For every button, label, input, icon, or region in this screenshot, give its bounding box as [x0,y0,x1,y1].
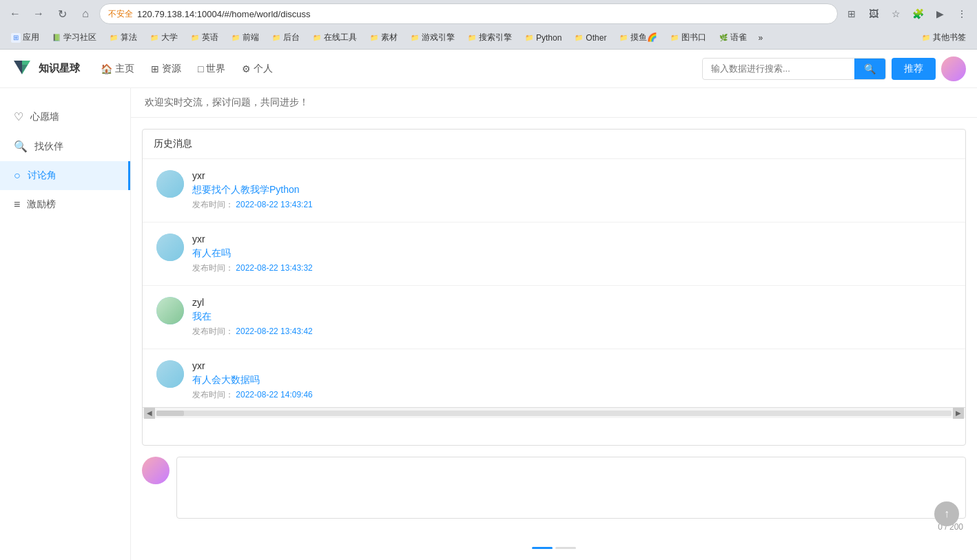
message-body-4: yxr 有人会大数据吗 发布时间： 2022-08-22 14:09:46 [192,360,952,401]
scroll-thumb [156,411,184,416]
search-bm-icon: 📁 [467,33,477,43]
bookmark-moyu[interactable]: 📁 摸鱼🌈 [613,30,663,45]
indicator-dot-1 [532,547,553,549]
message-input[interactable] [176,457,966,519]
search-input[interactable] [703,59,854,78]
bookmark-yuque[interactable]: 🌿 语雀 [713,30,752,45]
home-button[interactable]: ⌂ [76,4,95,23]
forward-button[interactable]: → [29,4,48,23]
bookmark-frontend[interactable]: 📁 前端 [225,30,265,45]
other-icon: 📁 [574,33,584,43]
profile-button[interactable]: ▶ [930,4,949,23]
bookmark-uni[interactable]: 📁 大学 [144,30,183,45]
message-text-1: 想要找个人教我学Python [192,184,952,196]
message-time-3: 发布时间： 2022-08-22 13:43:42 [192,326,952,338]
nav-home[interactable]: 🏠 主页 [94,59,141,79]
bookmark-study-label: 学习社区 [63,32,96,43]
personal-icon: ⚙ [242,63,251,74]
bookmark-tools[interactable]: 📁 在线工具 [307,30,362,45]
bookmark-search[interactable]: 📁 搜索引擎 [462,30,517,45]
wishwall-icon: ♡ [14,110,23,123]
menu-button[interactable]: ⋮ [952,4,971,23]
home-icon: 🏠 [101,63,112,74]
sidebar-item-discuss-label: 讨论角 [28,169,56,182]
nav-links: 🏠 主页 ⊞ 资源 □ 世界 ⚙ 个人 [94,59,280,79]
nav-world-label: 世界 [206,63,225,75]
bookmark-tools-label: 在线工具 [324,32,357,43]
url-display: 120.79.138.14:10004/#/home/world/discuss [137,9,829,19]
messages-scroll[interactable]: yxr 想要找个人教我学Python 发布时间： 2022-08-22 13:4… [143,159,965,407]
search-button[interactable]: 🔍 [854,59,885,79]
time-value-1: 2022-08-22 13:43:21 [236,200,312,209]
content-area: 欢迎实时交流，探讨问题，共同进步！ 历史消息 [131,88,977,560]
message-time-4: 发布时间： 2022-08-22 14:09:46 [192,389,952,401]
nav-personal[interactable]: ⚙ 个人 [235,59,280,79]
app-logo[interactable]: 知识星球 [11,58,80,80]
app-nav: 知识星球 🏠 主页 ⊞ 资源 □ 世界 ⚙ 个人 [0,50,977,88]
nav-resources[interactable]: ⊞ 资源 [144,59,188,79]
leaderboard-icon: ≡ [14,198,20,211]
sidebar-item-discuss[interactable]: ○ 讨论角 [0,161,130,190]
horizontal-scrollbar[interactable]: ◀ ▶ [143,407,965,418]
translate-button[interactable]: ⊞ [842,4,861,23]
message-item-2: yxr 有人在吗 发布时间： 2022-08-22 13:43:32 [143,222,965,286]
message-body-3: zyl 我在 发布时间： 2022-08-22 13:43:42 [192,297,952,338]
bookmark-study[interactable]: 📗 学习社区 [46,30,102,45]
search-area: 🔍 推荐 [702,56,966,81]
avatar-zyl [156,297,184,324]
sidebar-item-leaderboard-label: 激励榜 [27,198,56,211]
user-avatar[interactable] [941,56,966,81]
time-value-4: 2022-08-22 14:09:46 [236,390,312,400]
time-label-2: 发布时间： [192,263,234,273]
bookmark-algo[interactable]: 📁 算法 [103,30,143,45]
bookmark-books-label: 图书口 [681,32,706,43]
recommend-button[interactable]: 推荐 [892,58,936,80]
bookmark-assets[interactable]: 📁 素材 [364,30,403,45]
svg-marker-1 [14,61,22,74]
sidebar-item-wishwall[interactable]: ♡ 心愿墙 [0,102,130,132]
reload-button[interactable]: ↻ [52,4,72,23]
avatar-image [941,56,966,81]
resources-icon: ⊞ [151,63,159,74]
address-bar[interactable]: 不安全 120.79.138.14:10004/#/home/world/dis… [99,3,838,24]
extension-button[interactable]: 🧩 [908,4,927,23]
english-icon: 📁 [190,33,200,43]
bookmark-frontend-label: 前端 [243,32,259,43]
sidebar-item-leaderboard[interactable]: ≡ 激励榜 [0,190,130,219]
message-text-4: 有人会大数据吗 [192,374,952,386]
bookmark-python[interactable]: 📁 Python [519,31,567,45]
message-user-2: yxr [192,234,952,245]
message-user-4: yxr [192,360,952,371]
sidebar-item-partner-label: 找伙伴 [34,141,63,153]
search-box: 🔍 [702,58,886,80]
bookmark-other[interactable]: 📁 Other [568,31,612,45]
algo-icon: 📁 [109,33,119,43]
bookmark-backend-label: 后台 [283,32,300,43]
scroll-left-button[interactable]: ◀ [144,408,155,419]
time-label-4: 发布时间： [192,390,234,400]
welcome-text: 欢迎实时交流，探讨问题，共同进步！ [145,96,309,107]
gameengine-icon: 📁 [410,33,420,43]
back-button[interactable]: ← [6,4,25,23]
avatar-yxr-2 [156,234,184,261]
more-bookmarks-btn[interactable]: » [754,31,767,45]
bookmark-button[interactable]: ☆ [886,4,905,23]
screenshot-button[interactable]: 🖼 [864,4,883,23]
bookmark-gameengine-label: 游戏引擎 [422,32,455,43]
bookmark-books[interactable]: 📁 图书口 [664,30,712,45]
nav-world[interactable]: □ 世界 [191,59,232,79]
bookmark-yuque-label: 语雀 [730,32,747,43]
bookmark-english[interactable]: 📁 英语 [185,30,224,45]
avatar-yxr-1 [156,170,184,198]
send-button[interactable]: ↑ [934,501,959,526]
bookmark-backend[interactable]: 📁 后台 [266,30,305,45]
scroll-right-button[interactable]: ▶ [953,408,964,419]
bookmark-apps[interactable]: ⊞ 应用 [6,30,45,45]
bookmark-gameengine[interactable]: 📁 游戏引擎 [404,30,460,45]
welcome-bar: 欢迎实时交流，探讨问题，共同进步！ [131,88,977,118]
history-title: 历史消息 [154,138,192,149]
bookmark-other-right[interactable]: 📁 其他书签 [916,30,971,45]
sidebar-item-partner[interactable]: 🔍 找伙伴 [0,132,130,161]
other-right-icon: 📁 [921,33,931,43]
tools-icon: 📁 [312,33,322,43]
